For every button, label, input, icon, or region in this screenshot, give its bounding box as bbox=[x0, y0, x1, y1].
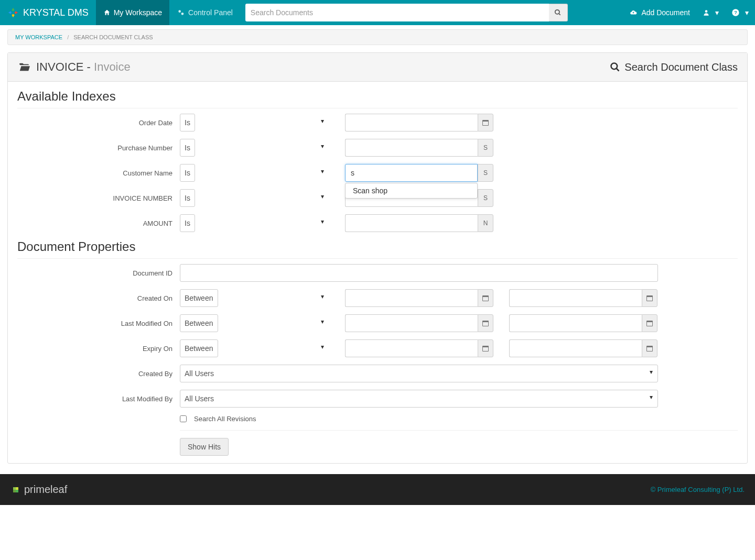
row-search-all-revisions: Search All Revisions bbox=[180, 415, 738, 423]
global-search-input[interactable] bbox=[245, 4, 549, 21]
autocomplete-dropdown: Scan shop bbox=[345, 183, 478, 199]
op-created-on[interactable]: Between bbox=[180, 289, 218, 307]
label-amount: AMOUNT bbox=[17, 219, 180, 227]
user-menu[interactable]: ▾ bbox=[696, 0, 725, 25]
input-purchase-number[interactable] bbox=[345, 139, 478, 157]
type-addon-s: S bbox=[478, 189, 493, 207]
help-icon: ? bbox=[731, 8, 740, 17]
op-expiry-on[interactable]: Between bbox=[180, 339, 218, 357]
autocomplete-item[interactable]: Scan shop bbox=[346, 183, 477, 198]
logo-icon bbox=[7, 7, 19, 18]
footer-brand-text: primeleaf bbox=[24, 484, 67, 496]
label-order-date: Order Date bbox=[17, 119, 180, 127]
nav-my-workspace[interactable]: My Workspace bbox=[96, 0, 169, 25]
row-document-id: Document ID bbox=[17, 264, 738, 282]
row-purchase-number: Purchase Number Is S bbox=[17, 139, 738, 157]
breadcrumb: MY WORKSPACE / SEARCH DOCUMENT CLASS bbox=[7, 29, 748, 45]
show-hits-button[interactable]: Show Hits bbox=[180, 438, 229, 456]
help-menu[interactable]: ? ▾ bbox=[725, 0, 755, 25]
svg-line-8 bbox=[617, 69, 619, 71]
primeleaf-icon bbox=[10, 485, 21, 495]
type-addon-s: S bbox=[478, 139, 493, 157]
calendar-icon bbox=[482, 346, 489, 352]
calendar-addon[interactable] bbox=[478, 289, 493, 307]
calendar-icon bbox=[482, 295, 489, 301]
input-last-modified-on-from[interactable] bbox=[345, 314, 478, 332]
select-created-by[interactable]: All Users bbox=[180, 365, 658, 382]
gears-icon bbox=[177, 9, 185, 16]
global-search-group bbox=[245, 4, 568, 21]
input-last-modified-on-to[interactable] bbox=[509, 314, 642, 332]
op-last-modified-on[interactable]: Between bbox=[180, 314, 218, 332]
search-icon bbox=[610, 62, 620, 72]
input-created-on-from[interactable] bbox=[345, 289, 478, 307]
op-amount[interactable]: Is bbox=[180, 214, 195, 232]
select-last-modified-by[interactable]: All Users bbox=[180, 390, 658, 408]
type-addon-n: N bbox=[478, 214, 493, 232]
search-document-class-link[interactable]: Search Document Class bbox=[610, 61, 738, 73]
svg-text:?: ? bbox=[734, 10, 737, 15]
checkbox-search-all-revisions[interactable] bbox=[180, 415, 187, 422]
row-customer-name: Customer Name Is S Scan shop bbox=[17, 164, 738, 182]
available-indexes-title: Available Indexes bbox=[17, 89, 738, 108]
calendar-icon bbox=[482, 120, 489, 126]
label-last-modified-by: Last Modified By bbox=[17, 395, 180, 403]
add-document-button[interactable]: Add Document bbox=[622, 0, 696, 25]
top-navbar: KRYSTAL DMS My Workspace Control Panel A… bbox=[0, 0, 755, 25]
breadcrumb-current: SEARCH DOCUMENT CLASS bbox=[73, 34, 153, 40]
panel-header: INVOICE - Invoice Search Document Class bbox=[8, 53, 747, 82]
calendar-addon[interactable] bbox=[642, 339, 657, 357]
brand-logo[interactable]: KRYSTAL DMS bbox=[0, 7, 96, 18]
row-last-modified-by: Last Modified By All Users bbox=[17, 390, 738, 408]
svg-point-2 bbox=[555, 10, 559, 14]
input-order-date[interactable] bbox=[345, 114, 478, 131]
op-customer-name[interactable]: Is bbox=[180, 164, 195, 182]
caret-down-icon: ▾ bbox=[715, 8, 719, 17]
row-order-date: Order Date Is bbox=[17, 114, 738, 131]
label-created-on: Created On bbox=[17, 294, 180, 302]
nav-workspace-label: My Workspace bbox=[114, 8, 162, 17]
global-search-button[interactable] bbox=[549, 4, 568, 21]
calendar-addon[interactable] bbox=[478, 314, 493, 332]
footer-brand[interactable]: primeleaf bbox=[10, 484, 67, 496]
document-properties-title: Document Properties bbox=[17, 239, 738, 259]
panel-subtitle: Invoice bbox=[94, 60, 131, 74]
label-customer-name: Customer Name bbox=[17, 169, 180, 177]
calendar-addon[interactable] bbox=[478, 339, 493, 357]
search-document-class-label: Search Document Class bbox=[624, 61, 738, 73]
input-expiry-on-from[interactable] bbox=[345, 339, 478, 357]
nav-control-panel-label: Control Panel bbox=[188, 8, 233, 17]
label-last-modified-on: Last Modified On bbox=[17, 320, 180, 327]
search-panel: INVOICE - Invoice Search Document Class … bbox=[7, 52, 748, 464]
input-created-on-to[interactable] bbox=[509, 289, 642, 307]
input-expiry-on-to[interactable] bbox=[509, 339, 642, 357]
breadcrumb-separator: / bbox=[67, 34, 69, 40]
input-amount[interactable] bbox=[345, 214, 478, 232]
search-icon bbox=[554, 9, 562, 16]
op-invoice-number[interactable]: Is bbox=[180, 189, 195, 207]
panel-title: INVOICE - bbox=[36, 60, 91, 74]
input-document-id[interactable] bbox=[180, 264, 658, 282]
footer-copyright[interactable]: © Primeleaf Consulting (P) Ltd. bbox=[651, 486, 745, 493]
svg-point-0 bbox=[178, 10, 181, 13]
svg-point-4 bbox=[705, 10, 708, 13]
brand-text: KRYSTAL DMS bbox=[23, 7, 89, 18]
nav-control-panel[interactable]: Control Panel bbox=[169, 0, 240, 25]
breadcrumb-root[interactable]: MY WORKSPACE bbox=[15, 34, 62, 40]
button-row: Show Hits bbox=[180, 430, 738, 456]
footer: primeleaf © Primeleaf Consulting (P) Ltd… bbox=[0, 474, 755, 505]
calendar-addon[interactable] bbox=[642, 314, 657, 332]
input-customer-name[interactable] bbox=[345, 164, 478, 182]
row-created-by: Created By All Users bbox=[17, 365, 738, 382]
calendar-addon[interactable] bbox=[478, 114, 493, 131]
svg-point-7 bbox=[611, 63, 618, 70]
label-search-all-revisions: Search All Revisions bbox=[194, 415, 256, 423]
op-purchase-number[interactable]: Is bbox=[180, 139, 195, 157]
svg-line-3 bbox=[559, 14, 560, 15]
label-invoice-number: INVOICE NUMBER bbox=[17, 194, 180, 202]
op-order-date[interactable]: Is bbox=[180, 114, 195, 131]
cloud-upload-icon bbox=[629, 9, 638, 16]
label-document-id: Document ID bbox=[17, 269, 180, 277]
home-icon bbox=[103, 9, 111, 16]
calendar-addon[interactable] bbox=[642, 289, 657, 307]
